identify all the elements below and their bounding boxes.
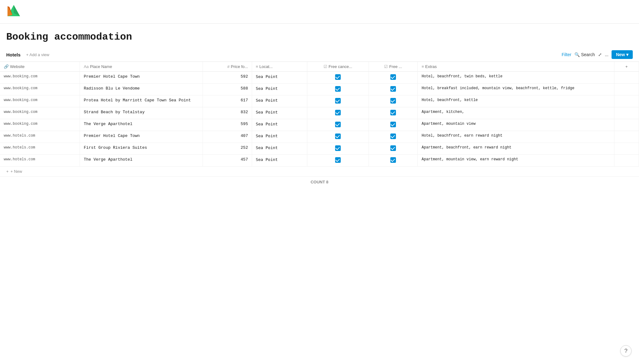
search-icon: 🔍 [574,52,580,57]
table-row: www.hotels.com The Verge Aparthotel 457 … [0,155,639,167]
new-button[interactable]: New ▾ [612,50,633,59]
table-row: www.booking.com Protea Hotel by Marriott… [0,95,639,107]
cell-price: 592 [203,72,252,84]
cell-free2 [368,155,418,167]
expand-button[interactable]: ⤢ [598,52,602,57]
col-header-location[interactable]: ≡Locat... [252,62,307,72]
cell-name: The Verge Aparthotel [80,119,203,131]
cell-extras: Hotel, beachfront, kettle [418,95,614,107]
cell-website: www.hotels.com [0,131,80,143]
checkbox-checked-icon [335,122,341,127]
cell-free-cancel [307,143,368,155]
cell-price: 617 [203,95,252,107]
cell-location: Sea Point [252,107,307,119]
cell-location: Sea Point [252,119,307,131]
cell-website: www.hotels.com [0,155,80,167]
checkbox-checked-icon [335,145,341,151]
add-row-icon: + [6,169,9,174]
cell-free-cancel [307,107,368,119]
table-row: www.booking.com The Verge Aparthotel 595… [0,119,639,131]
checkbox-checked-icon [335,98,341,104]
cell-extras: Apartment, beachfront, earn reward night [418,143,614,155]
col-header-price[interactable]: #Price fo... [203,62,252,72]
more-button[interactable]: ... [605,52,609,57]
cell-add [614,84,639,95]
cell-name: First Group Riviera Suites [80,143,203,155]
count-bar: COUNT 8 [0,177,639,187]
new-dropdown-icon: ▾ [626,52,628,57]
location-col-icon: ≡ [256,64,258,69]
cell-add [614,95,639,107]
col-header-website[interactable]: 🔗Website [0,62,80,72]
checkbox-checked-icon [335,110,341,115]
checkbox-checked-icon [390,98,396,104]
cell-location: Sea Point [252,72,307,84]
name-col-icon: Aa [84,64,89,69]
col-header-add[interactable]: + [614,62,639,72]
cell-free2 [368,131,418,143]
filter-button[interactable]: Filter [562,52,571,57]
checkbox-checked-icon [335,86,341,92]
cell-location: Sea Point [252,84,307,95]
table-header-row: 🔗Website AaPlace Name #Price fo... ≡Loca… [0,62,639,72]
app-logo [6,4,21,19]
toolbar-right: Filter 🔍 Search ⤢ ... New ▾ [562,50,633,59]
cell-price: 595 [203,119,252,131]
cell-free-cancel [307,72,368,84]
website-col-icon: 🔗 [4,64,9,69]
cell-location: Sea Point [252,155,307,167]
app-header [0,0,639,24]
add-view-button[interactable]: + Add a view [24,52,51,58]
add-row-button[interactable]: + + New [0,167,639,177]
cell-name: Radisson Blu Le Vendome [80,84,203,95]
cell-price: 588 [203,84,252,95]
cell-free-cancel [307,95,368,107]
cell-website: www.booking.com [0,95,80,107]
price-col-icon: # [227,64,230,69]
cell-extras: Apartment, mountain view, earn reward ni… [418,155,614,167]
table-row: www.booking.com Strand Beach by Totalsta… [0,107,639,119]
cell-free-cancel [307,131,368,143]
cell-free-cancel [307,84,368,95]
cell-add [614,72,639,84]
cell-free2 [368,107,418,119]
page-title: Booking accommodation [0,24,639,48]
cell-extras: Hotel, breakfast included, mountain view… [418,84,614,95]
table-row: www.hotels.com First Group Riviera Suite… [0,143,639,155]
checkbox-checked-icon [390,133,396,139]
toolbar: Hotels + Add a view Filter 🔍 Search ⤢ ..… [0,48,639,62]
checkbox-checked-icon [390,110,396,115]
cell-name: The Verge Aparthotel [80,155,203,167]
cell-free2 [368,143,418,155]
cell-name: Premier Hotel Cape Town [80,72,203,84]
col-header-name[interactable]: AaPlace Name [80,62,203,72]
cell-price: 457 [203,155,252,167]
col-header-free2[interactable]: ☑Free ... [368,62,418,72]
search-button[interactable]: 🔍 Search [574,52,595,57]
cell-name: Strand Beach by Totalstay [80,107,203,119]
freecancel-col-icon: ☑ [324,64,327,69]
col-header-free-cancel[interactable]: ☑Free cance... [307,62,368,72]
cell-extras: Apartment, mountain view [418,119,614,131]
cell-add [614,107,639,119]
checkbox-checked-icon [335,133,341,139]
cell-add [614,143,639,155]
cell-website: www.booking.com [0,84,80,95]
checkbox-checked-icon [390,86,396,92]
cell-location: Sea Point [252,143,307,155]
cell-price: 832 [203,107,252,119]
cell-location: Sea Point [252,131,307,143]
cell-add [614,131,639,143]
cell-free2 [368,95,418,107]
cell-website: www.booking.com [0,119,80,131]
extras-col-icon: ≡ [422,64,424,69]
checkbox-checked-icon [390,122,396,127]
table-row: www.hotels.com Premier Hotel Cape Town 4… [0,131,639,143]
cell-add [614,119,639,131]
cell-extras: Apartment, kitchen, [418,107,614,119]
col-header-extras[interactable]: ≡Extras [418,62,614,72]
free2-col-icon: ☑ [384,64,388,69]
cell-price: 252 [203,143,252,155]
view-label: Hotels [6,52,21,57]
table-container: 🔗Website AaPlace Name #Price fo... ≡Loca… [0,62,639,187]
